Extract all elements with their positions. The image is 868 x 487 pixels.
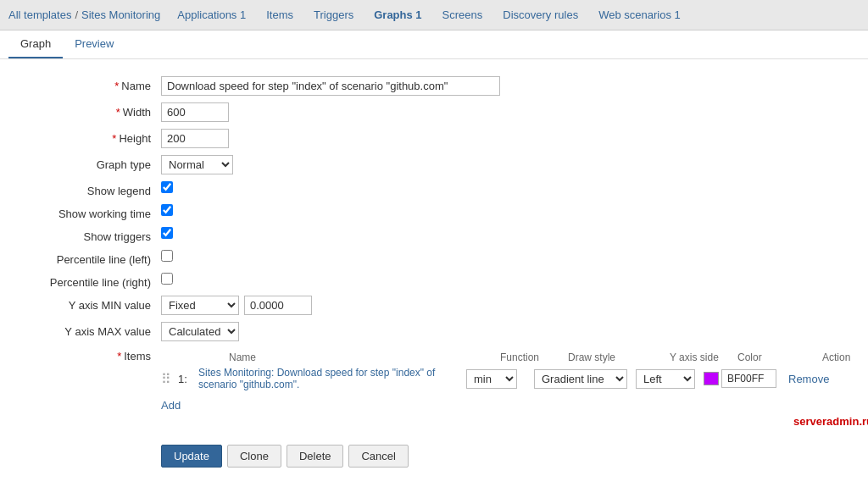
items-section: Name Function Draw style Y axis side Col… <box>161 351 868 428</box>
form-row-show-working-time: Show working time <box>25 204 843 220</box>
label-percentile-left: Percentile line (left) <box>25 250 161 266</box>
page-tabs: Graph Preview <box>0 30 868 59</box>
table-row: ⠿ 1: Sites Monitoring: Download speed fo… <box>161 367 868 390</box>
function-select[interactable]: min avg max all last <box>466 369 517 389</box>
form-row-height: *Height <box>25 129 843 148</box>
label-yaxis-min: Y axis MIN value <box>25 296 161 312</box>
delete-button[interactable]: Delete <box>287 445 344 468</box>
form-row-graph-type: Graph type Normal Stacked Pie Exploded <box>25 155 843 174</box>
col-header-color: Color <box>737 351 822 363</box>
label-items: *Items <box>25 348 161 362</box>
update-button[interactable]: Update <box>161 445 222 468</box>
item-function: min avg max all last <box>466 369 534 389</box>
label-height: *Height <box>25 129 161 145</box>
show-triggers-checkbox[interactable] <box>161 227 173 239</box>
height-input[interactable] <box>161 129 229 148</box>
percentile-right-control <box>161 273 843 287</box>
show-legend-control <box>161 181 843 196</box>
label-yaxis-max: Y axis MAX value <box>25 322 161 338</box>
label-percentile-right: Percentile line (right) <box>25 273 161 289</box>
form-row-items: *Items Name Function Draw style Y axis s… <box>25 348 843 428</box>
col-header-name: Name <box>229 351 500 363</box>
label-show-working-time: Show working time <box>25 204 161 220</box>
col-header-action: Action <box>822 351 868 363</box>
form-row-yaxis-max: Y axis MAX value Calculated Fixed Item <box>25 322 843 341</box>
yaxis-min-control: Calculated Fixed Item <box>161 296 843 315</box>
label-graph-type: Graph type <box>25 155 161 171</box>
yaxis-max-type-select[interactable]: Calculated Fixed Item <box>161 322 239 341</box>
breadcrumb-all-templates[interactable]: All templates <box>8 8 71 21</box>
yaxis-min-value-input[interactable] <box>244 296 312 315</box>
y-axis-side-select[interactable]: Left Right <box>636 369 695 389</box>
item-y-axis-side: Left Right <box>636 369 704 389</box>
breadcrumb-separator: / <box>75 8 78 21</box>
show-legend-checkbox[interactable] <box>161 181 173 193</box>
percentile-right-checkbox[interactable] <box>161 273 173 285</box>
color-input[interactable] <box>721 369 776 388</box>
width-control <box>161 102 843 122</box>
label-show-legend: Show legend <box>25 181 161 197</box>
show-triggers-control <box>161 227 843 241</box>
item-name-link[interactable]: Sites Monitoring: Download speed for ste… <box>195 367 466 390</box>
yaxis-max-control: Calculated Fixed Item <box>161 322 843 341</box>
clone-button[interactable]: Clone <box>227 445 281 468</box>
breadcrumb-sites-monitoring[interactable]: Sites Monitoring <box>81 8 160 21</box>
nav-tab-web-scenarios[interactable]: Web scenarios 1 <box>588 0 691 30</box>
item-number: 1: <box>178 373 195 385</box>
nav-tab-triggers[interactable]: Triggers <box>303 0 364 30</box>
label-show-triggers: Show triggers <box>25 227 161 243</box>
nav-tab-items[interactable]: Items <box>256 0 303 30</box>
width-input[interactable] <box>161 102 229 122</box>
form-row-width: *Width <box>25 102 843 122</box>
col-header-y-axis-side: Y axis side <box>670 351 737 363</box>
col-header-function: Function <box>500 351 568 363</box>
nav-tab-graphs[interactable]: Graphs 1 <box>364 0 431 30</box>
main-content: *Name *Width *Height Graph type Normal S… <box>0 59 868 487</box>
height-control <box>161 129 843 148</box>
form-row-percentile-right: Percentile line (right) <box>25 273 843 289</box>
name-control <box>161 76 843 96</box>
watermark: serveradmin.ru <box>161 415 868 428</box>
top-navigation: All templates / Sites Monitoring Applica… <box>0 0 868 30</box>
yaxis-min-type-select[interactable]: Calculated Fixed Item <box>161 296 239 315</box>
color-swatch[interactable] <box>704 372 719 385</box>
form-row-percentile-left: Percentile line (left) <box>25 250 843 266</box>
add-item-row: Add <box>161 396 868 412</box>
percentile-left-control <box>161 250 843 264</box>
breadcrumb: All templates / Sites Monitoring <box>8 8 160 21</box>
nav-tabs: Applications 1 Items Triggers Graphs 1 S… <box>167 0 690 30</box>
tab-preview[interactable]: Preview <box>63 30 125 58</box>
items-table-header: Name Function Draw style Y axis side Col… <box>161 351 868 363</box>
percentile-left-checkbox[interactable] <box>161 250 173 262</box>
nav-tab-applications[interactable]: Applications 1 <box>167 0 256 30</box>
form-row-show-legend: Show legend <box>25 181 843 197</box>
cancel-button[interactable]: Cancel <box>348 445 408 468</box>
tab-graph[interactable]: Graph <box>8 30 63 58</box>
graph-type-control: Normal Stacked Pie Exploded <box>161 155 843 174</box>
form-row-show-triggers: Show triggers <box>25 227 843 243</box>
label-name: *Name <box>25 76 161 92</box>
item-draw-style: Line Filled region Bold line Dot Dashed … <box>534 369 636 389</box>
button-group: Update Clone Delete Cancel <box>161 445 843 468</box>
form-row-name: *Name <box>25 76 843 96</box>
graph-type-select[interactable]: Normal Stacked Pie Exploded <box>161 155 233 174</box>
nav-tab-discovery-rules[interactable]: Discovery rules <box>492 0 588 30</box>
remove-link[interactable]: Remove <box>788 373 829 385</box>
name-input[interactable] <box>161 76 500 96</box>
item-color <box>704 369 788 388</box>
add-link[interactable]: Add <box>161 399 181 412</box>
item-action: Remove <box>788 373 848 385</box>
draw-style-select[interactable]: Line Filled region Bold line Dot Dashed … <box>534 369 627 389</box>
nav-tab-screens[interactable]: Screens <box>432 0 493 30</box>
show-working-time-control <box>161 204 843 219</box>
drag-handle-icon[interactable]: ⠿ <box>161 371 178 387</box>
form-row-yaxis-min: Y axis MIN value Calculated Fixed Item <box>25 296 843 315</box>
show-working-time-checkbox[interactable] <box>161 204 173 216</box>
col-header-draw-style: Draw style <box>568 351 670 363</box>
label-width: *Width <box>25 102 161 119</box>
